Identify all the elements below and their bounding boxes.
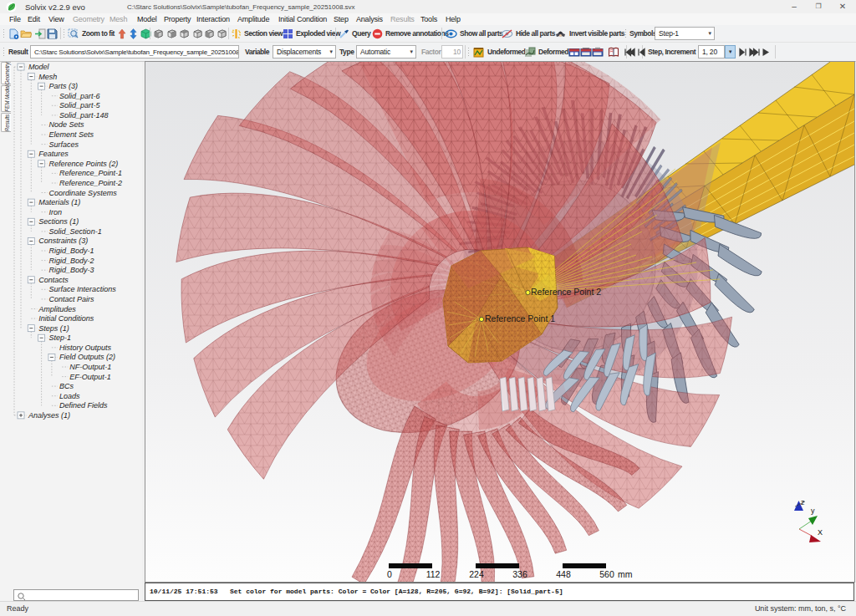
svg-text:BCs: BCs	[59, 382, 74, 390]
svg-text:560: 560	[599, 569, 614, 579]
svg-text:Surface Interactions: Surface Interactions	[49, 285, 117, 293]
svg-text:Reference_Point-2: Reference_Point-2	[59, 179, 122, 187]
svg-text:Parts (3): Parts (3)	[49, 82, 79, 90]
svg-text:112: 112	[426, 569, 441, 579]
svg-text:Reference Points (2): Reference Points (2)	[49, 160, 119, 168]
svg-text:Iron: Iron	[49, 208, 63, 216]
svg-text:Reference Point 2: Reference Point 2	[531, 287, 601, 297]
svg-text:Field Outputs (2): Field Outputs (2)	[59, 353, 115, 361]
svg-text:Reference_Point-1: Reference_Point-1	[59, 169, 122, 177]
svg-text:Mesh: Mesh	[38, 73, 57, 81]
svg-text:Element Sets: Element Sets	[49, 130, 94, 139]
svg-text:Materials (1): Materials (1)	[38, 198, 80, 206]
svg-text:Reference Point 1: Reference Point 1	[485, 313, 555, 323]
svg-text:History Outputs: History Outputs	[59, 344, 112, 352]
svg-text:Coordinate Systems: Coordinate Systems	[49, 189, 118, 197]
svg-text:Steps (1): Steps (1)	[38, 324, 69, 333]
svg-text:Sections (1): Sections (1)	[38, 217, 79, 226]
svg-text:Solid_Section-1: Solid_Section-1	[49, 227, 102, 236]
svg-text:448: 448	[556, 569, 571, 579]
svg-text:Amplitudes: Amplitudes	[38, 305, 76, 313]
svg-text:Rigid_Body-3: Rigid_Body-3	[49, 266, 94, 274]
svg-text:Contacts: Contacts	[38, 276, 69, 284]
svg-text:Constraints (3): Constraints (3)	[38, 237, 88, 245]
svg-text:EF-Output-1: EF-Output-1	[69, 373, 111, 381]
svg-text:mm: mm	[618, 569, 633, 579]
svg-text:Solid_part-148: Solid_part-148	[59, 111, 109, 120]
svg-text:336: 336	[512, 569, 527, 579]
svg-text:Rigid_Body-1: Rigid_Body-1	[49, 247, 94, 255]
svg-text:224: 224	[469, 569, 484, 579]
svg-text:Model: Model	[28, 63, 50, 71]
svg-text:Step-1: Step-1	[49, 333, 72, 342]
svg-text:Surfaces: Surfaces	[49, 140, 79, 149]
svg-text:Loads: Loads	[59, 392, 80, 400]
svg-text:Node Sets: Node Sets	[49, 120, 85, 129]
svg-text:0: 0	[387, 569, 392, 579]
svg-text:y: y	[811, 507, 815, 515]
svg-text:NF-Output-1: NF-Output-1	[69, 363, 111, 371]
svg-text:Analyses (1): Analyses (1)	[28, 411, 70, 420]
svg-text:Defined Fields: Defined Fields	[59, 401, 108, 410]
svg-text:Solid_part-5: Solid_part-5	[59, 101, 101, 109]
svg-text:Rigid_Body-2: Rigid_Body-2	[49, 257, 94, 265]
svg-text:Initial Conditions: Initial Conditions	[38, 314, 94, 323]
svg-text:Contact Pairs: Contact Pairs	[49, 295, 95, 303]
svg-text:Features: Features	[38, 150, 69, 158]
svg-text:X: X	[818, 528, 823, 537]
svg-text:Solid_part-6: Solid_part-6	[59, 92, 100, 100]
